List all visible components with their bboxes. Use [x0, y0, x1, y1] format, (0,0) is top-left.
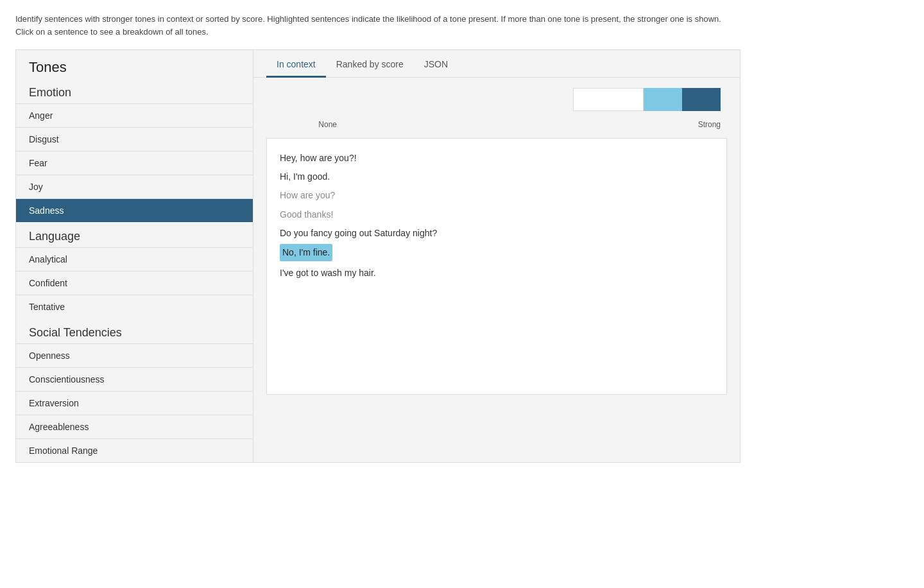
legend-none-label: None [266, 120, 337, 129]
main-container: Tones EmotionAngerDisgustFearJoySadnessL… [15, 49, 740, 463]
sidebar-item-anger[interactable]: Anger [16, 103, 253, 127]
text-line-4: Do you fancy going out Saturday night? [280, 225, 714, 241]
tab-json[interactable]: JSON [414, 50, 458, 78]
sidebar-main-title: Tones [16, 50, 253, 78]
legend-light-segment [644, 88, 682, 111]
sidebar-item-tentative[interactable]: Tentative [16, 295, 253, 318]
sidebar: Tones EmotionAngerDisgustFearJoySadnessL… [16, 50, 253, 462]
tabs-bar: In contextRanked by scoreJSON [253, 50, 740, 78]
legend-labels: None Strong [266, 120, 727, 129]
sidebar-item-analytical[interactable]: Analytical [16, 247, 253, 271]
legend-none-segment [573, 88, 644, 111]
text-line-5: No, I'm fine. [280, 244, 332, 261]
text-block-4[interactable]: Do you fancy going out Saturday night? [280, 225, 714, 241]
sidebar-group-title-language: Language [16, 222, 253, 247]
legend-strong-segment [682, 88, 721, 111]
text-block-5[interactable]: No, I'm fine. [280, 244, 714, 263]
text-line-1: Hi, I'm good. [280, 169, 714, 185]
text-block-0[interactable]: Hey, how are you?! [280, 150, 714, 166]
sidebar-group-title-emotion: Emotion [16, 78, 253, 103]
legend-bar [573, 88, 721, 111]
sidebar-item-conscientiousness[interactable]: Conscientiousness [16, 367, 253, 391]
text-block-1[interactable]: Hi, I'm good. [280, 169, 714, 185]
content-panel: None Strong Hey, how are you?!Hi, I'm go… [253, 78, 740, 462]
legend-wrapper: None Strong [266, 88, 727, 129]
sidebar-item-emotional-range[interactable]: Emotional Range [16, 438, 253, 462]
sidebar-item-sadness[interactable]: Sadness [16, 198, 253, 222]
sidebar-group-title-social-tendencies: Social Tendencies [16, 318, 253, 343]
sidebar-item-agreeableness[interactable]: Agreeableness [16, 415, 253, 438]
sidebar-item-joy[interactable]: Joy [16, 175, 253, 198]
sidebar-item-fear[interactable]: Fear [16, 151, 253, 175]
sidebar-item-disgust[interactable]: Disgust [16, 127, 253, 151]
legend-strong-label: Strong [644, 120, 721, 129]
text-panel: Hey, how are you?!Hi, I'm good.How are y… [266, 138, 727, 395]
text-line-3: Good thanks! [280, 207, 714, 223]
sidebar-item-openness[interactable]: Openness [16, 343, 253, 367]
content-area: In contextRanked by scoreJSON None Stron… [253, 50, 740, 462]
text-block-3[interactable]: Good thanks! [280, 207, 714, 223]
tab-ranked-by-score[interactable]: Ranked by score [326, 50, 414, 78]
text-line-6: I've got to wash my hair. [280, 265, 714, 281]
text-block-2[interactable]: How are you? [280, 187, 714, 203]
text-line-0: Hey, how are you?! [280, 150, 714, 166]
page-description: Identify sentences with stronger tones i… [15, 13, 721, 38]
legend-container [266, 88, 727, 111]
text-block-6[interactable]: I've got to wash my hair. [280, 265, 714, 281]
sidebar-item-extraversion[interactable]: Extraversion [16, 391, 253, 415]
text-line-2: How are you? [280, 187, 714, 203]
sidebar-item-confident[interactable]: Confident [16, 271, 253, 295]
tab-in-context[interactable]: In context [266, 50, 326, 78]
